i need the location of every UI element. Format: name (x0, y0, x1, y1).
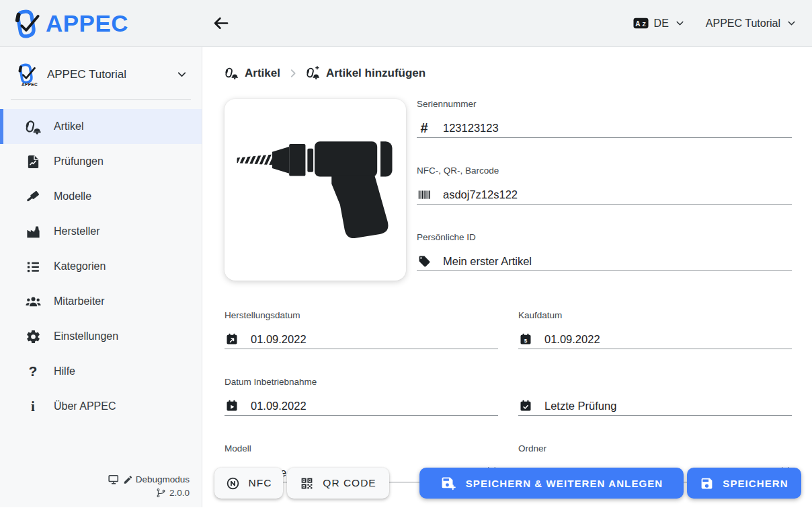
workspace-logo: APPEC (15, 62, 38, 87)
report-document-icon (24, 153, 42, 170)
action-button-bar: NFC QR CODE SPEICHERN & WEITEREN ANLEGEN… (214, 468, 801, 499)
sidebar-nav: Artikel Prüfungen Modelle Hersteller Kat… (0, 109, 202, 424)
breadcrumb-artikel-hinzufuegen: Artikel hinzufügen (306, 66, 425, 80)
letzte-pruefung-field: Letzte Prüfung (518, 377, 792, 416)
back-button[interactable] (212, 14, 230, 32)
bulleted-list-icon (24, 258, 42, 275)
inbetriebnahme-input[interactable]: 01.09.2022 (225, 396, 498, 415)
identifier-fields: Seriennummer # 123123123 NFC-, QR-, Barc… (417, 99, 792, 281)
breadcrumb-label: Artikel hinzufügen (326, 67, 425, 80)
carabiner-helmet-icon (24, 118, 42, 135)
save-and-create-next-button[interactable]: SPEICHERN & WEITEREN ANLEGEN (419, 468, 684, 499)
chevron-right-icon (287, 67, 299, 79)
nfc-button-label: NFC (249, 477, 272, 489)
language-menu[interactable]: DE (633, 15, 686, 31)
sidebar-item-artikel[interactable]: Artikel (0, 109, 202, 144)
translate-icon (633, 15, 649, 31)
detail-fields-grid: Herstellungsdatum 01.09.2022 Kaufdatum 0… (225, 310, 792, 482)
sidebar-item-modelle[interactable]: Modelle (0, 179, 202, 214)
debug-mode-label: Debugmodus (136, 474, 190, 484)
field-label: NFC-, QR-, Barcode (417, 166, 792, 177)
arrow-left-icon (212, 14, 230, 32)
field-label: Modell (225, 443, 498, 455)
kaufdatum-field: Kaufdatum 01.09.2022 (518, 310, 792, 349)
qr-code-button[interactable]: QR CODE (287, 468, 389, 499)
save-and-create-next-label: SPEICHERN & WEITEREN ANLEGEN (466, 478, 663, 489)
top-section: Seriennummer # 123123123 NFC-, QR-, Barc… (225, 99, 792, 281)
seriennummer-field: Seriennummer # 123123123 (417, 99, 792, 138)
field-label: Herstellungsdatum (225, 310, 498, 322)
nfc-button[interactable]: NFC (214, 468, 283, 499)
field-label: Persönliche ID (417, 232, 792, 244)
sidebar-item-hersteller[interactable]: Hersteller (0, 214, 202, 249)
calendar-start-icon (225, 398, 239, 413)
logo-caption: APPEC (22, 82, 38, 87)
calendar-export-icon (225, 332, 239, 347)
sidebar-footer: Debugmodus 2.0.0 (0, 474, 202, 507)
hash-icon: # (417, 120, 432, 135)
top-bar-right: DE APPEC Tutorial (633, 15, 812, 31)
account-menu-label: APPEC Tutorial (706, 17, 780, 30)
sidebar-item-label: Hilfe (54, 365, 75, 377)
barcode-field: NFC-, QR-, Barcode asdoj7z12s122 (417, 166, 792, 205)
inbetriebnahme-field: Datum Inbetriebnahme 01.09.2022 (225, 377, 498, 416)
article-image-card[interactable] (225, 99, 406, 281)
kaufdatum-input[interactable]: 01.09.2022 (518, 330, 792, 349)
workspace-name: APPEC Tutorial (47, 68, 166, 81)
letzte-pruefung-input[interactable]: Letzte Prüfung (518, 396, 792, 415)
top-bar: APPEC DE APPEC Tutorial (0, 0, 812, 47)
sidebar-divider (11, 99, 191, 100)
carabiner-helmet-icon (225, 66, 239, 80)
hammer-icon (24, 188, 42, 205)
seriennummer-input[interactable]: # 123123123 (417, 118, 792, 137)
herstellungsdatum-input[interactable]: 01.09.2022 (225, 330, 498, 349)
breadcrumb-artikel[interactable]: Artikel (225, 66, 280, 80)
sidebar-item-label: Prüfungen (54, 155, 104, 168)
sidebar-item-einstellungen[interactable]: Einstellungen (0, 319, 202, 354)
sidebar-item-mitarbeiter[interactable]: Mitarbeiter (0, 284, 202, 319)
qr-code-button-label: QR CODE (323, 477, 376, 489)
sidebar-item-pruefungen[interactable]: Prüfungen (0, 144, 202, 179)
drill-image (227, 102, 403, 278)
barcode-icon (417, 187, 432, 202)
breadcrumb-label: Artikel (245, 67, 280, 80)
field-label: Seriennummer (417, 99, 792, 110)
sidebar-item-label: Über APPEC (54, 400, 116, 412)
chevron-down-icon (175, 68, 188, 81)
brand-name: APPEC (46, 10, 128, 37)
debug-mode-row: Debugmodus (12, 474, 190, 485)
main-content: Artikel Artikel hinzufügen Seriennummer … (202, 47, 812, 507)
field-value: 01.09.2022 (251, 400, 307, 412)
gear-icon (24, 328, 42, 345)
persoenliche-id-input[interactable]: Mein erster Artikel (417, 252, 792, 270)
calendar-cash-icon (518, 332, 533, 347)
field-label: Datum Inbetriebnahme (225, 377, 498, 388)
language-label: DE (654, 17, 669, 30)
version-label: 2.0.0 (169, 488, 190, 498)
save-button[interactable]: SPEICHERN (687, 468, 801, 499)
qr-code-icon (300, 476, 314, 491)
sidebar-item-label: Hersteller (54, 225, 99, 238)
appec-logo-icon (12, 7, 40, 40)
sidebar: APPEC APPEC Tutorial Artikel Prüfungen M… (0, 47, 202, 507)
sidebar-item-label: Mitarbeiter (54, 295, 105, 307)
save-icon (700, 476, 714, 491)
field-value: 123123123 (443, 122, 499, 135)
field-label: Ordner (518, 443, 792, 455)
sidebar-item-hilfe[interactable]: ? Hilfe (0, 354, 202, 389)
sidebar-item-label: Kategorien (54, 260, 106, 273)
factory-icon (24, 223, 42, 240)
version-row: 2.0.0 (12, 488, 190, 498)
account-menu[interactable]: APPEC Tutorial (706, 17, 797, 30)
app-logo: APPEC (0, 7, 202, 40)
sidebar-item-kategorien[interactable]: Kategorien (0, 249, 202, 284)
monitor-icon (108, 474, 120, 485)
barcode-input[interactable]: asdoj7z12s122 (417, 185, 792, 204)
chevron-down-icon (786, 17, 797, 29)
field-value: Mein erster Artikel (443, 255, 532, 268)
field-value: asdoj7z12s122 (443, 188, 518, 201)
workspace-header[interactable]: APPEC APPEC Tutorial (0, 47, 202, 98)
question-icon: ? (24, 363, 42, 380)
appec-logo-icon (16, 62, 36, 85)
sidebar-item-ueber-appec[interactable]: i Über APPEC (0, 389, 202, 424)
